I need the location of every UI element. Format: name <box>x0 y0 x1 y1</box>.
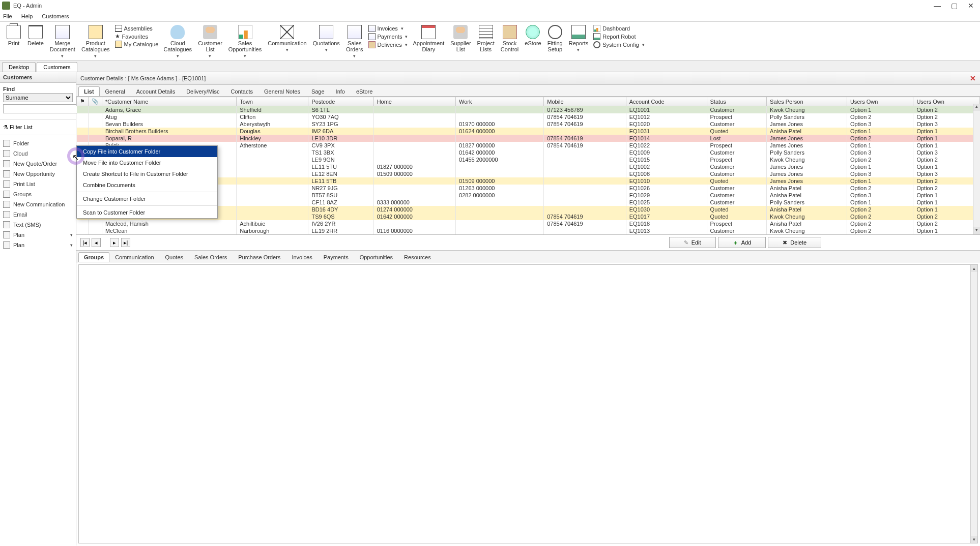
sidebar-item-print-list[interactable]: Print List <box>0 179 76 189</box>
ribbon-delete[interactable]: Delete <box>24 24 47 47</box>
bottom-tab-purchase-orders[interactable]: Purchase Orders <box>233 252 286 262</box>
bottom-tab-invoices[interactable]: Invoices <box>286 252 318 262</box>
ribbon-quotations[interactable]: Quotations <box>310 24 343 53</box>
sidebar-item-new-opportunity[interactable]: New Opportunity <box>0 169 76 179</box>
menu-file[interactable]: File <box>3 13 12 19</box>
pager-next[interactable]: ▸ <box>110 238 119 247</box>
edit-button[interactable]: Edit <box>669 237 716 248</box>
maximize-button[interactable]: ▢ <box>951 2 958 10</box>
table-row[interactable]: Birchall Brothers BuildersDouglasIM2 6DA… <box>77 128 980 135</box>
details-close-button[interactable]: ✕ <box>970 74 976 82</box>
sidebar-item-email[interactable]: Email <box>0 209 76 220</box>
col-0[interactable]: ⚑ <box>77 97 89 106</box>
table-row[interactable]: Bevan BuildersAberystwythSY23 1PG01970 0… <box>77 120 980 128</box>
col-9[interactable]: Status <box>707 97 767 106</box>
context-move-file[interactable]: Move File into Customer Folder <box>77 157 217 168</box>
ribbon-system-config[interactable]: System Config <box>593 41 645 48</box>
col-2[interactable]: *Customer Name <box>102 97 237 106</box>
col-10[interactable]: Sales Person <box>767 97 847 106</box>
ribbon-my-catalogue[interactable]: My Catalogue <box>115 41 159 48</box>
detail-tab-estore[interactable]: eStore <box>351 86 378 96</box>
filter-list[interactable]: ⚗ Filter List <box>0 119 76 135</box>
ribbon-assemblies[interactable]: Assemblies <box>115 25 159 32</box>
table-row[interactable]: Boparai, RHinckleyLE10 3DR07854 704619EQ… <box>77 135 980 142</box>
context-scan-to-folder[interactable]: Scan to Customer Folder <box>77 207 217 218</box>
col-1[interactable]: 📎 <box>89 97 102 106</box>
col-7[interactable]: Mobile <box>544 97 626 106</box>
ribbon-sales-orders[interactable]: Sales Orders <box>343 24 366 59</box>
pager-first[interactable]: |◂ <box>80 238 90 247</box>
table-row[interactable]: Adams, GraceSheffieldS6 1TL07123 456789E… <box>77 106 980 114</box>
col-12[interactable]: Users Own <box>913 97 980 106</box>
detail-tab-sage[interactable]: Sage <box>306 86 330 96</box>
scroll-down-icon[interactable]: ▾ <box>973 227 980 234</box>
pager-prev[interactable]: ◂ <box>92 238 101 247</box>
detail-tab-account-details[interactable]: Account Details <box>131 86 181 96</box>
detail-tab-contacts[interactable]: Contacts <box>225 86 258 96</box>
tab-customers[interactable]: Customers <box>37 62 77 72</box>
sidebar-item-plan-1[interactable]: Plan <box>0 230 76 240</box>
sidebar-item-cloud[interactable]: Cloud <box>0 148 76 159</box>
col-8[interactable]: Account Code <box>626 97 707 106</box>
delete-button[interactable]: Delete <box>768 237 821 248</box>
ribbon-supplier-list[interactable]: Supplier List <box>447 24 474 53</box>
detail-tab-info[interactable]: Info <box>330 86 351 96</box>
ribbon-customer-list[interactable]: Customer List <box>195 24 225 59</box>
col-5[interactable]: Home <box>373 97 455 106</box>
context-copy-file[interactable]: Copy File into Customer Folder <box>77 146 217 157</box>
ribbon-favourites[interactable]: ★Favourites <box>115 33 159 40</box>
col-4[interactable]: Postcode <box>308 97 373 106</box>
scroll-up-icon[interactable]: ▴ <box>973 104 980 111</box>
sidebar-item-plan-2[interactable]: Plan <box>0 240 76 250</box>
ribbon-reports[interactable]: Reports <box>566 24 592 53</box>
close-button[interactable]: ✕ <box>968 2 974 10</box>
find-field-select[interactable]: Surname <box>3 93 73 102</box>
context-create-shortcut[interactable]: Create Shortcut to File in Customer Fold… <box>77 168 217 179</box>
ribbon-appointment-diary[interactable]: Appointment Diary <box>410 24 447 53</box>
ribbon-merge-document[interactable]: Merge Document <box>47 24 78 59</box>
ribbon-stock-control[interactable]: Stock Control <box>498 24 522 53</box>
pager-last[interactable]: ▸| <box>121 238 130 247</box>
menu-customers[interactable]: Customers <box>42 13 69 19</box>
table-row[interactable]: AtugCliftonYO30 7AQ07854 704619EQ1012Pro… <box>77 113 980 120</box>
detail-tab-general[interactable]: General <box>100 86 131 96</box>
ribbon-estore[interactable]: eStore <box>522 24 544 47</box>
ribbon-fitting-setup[interactable]: Fitting Setup <box>544 24 566 53</box>
sidebar-item-new-quote[interactable]: New Quote/Order <box>0 159 76 169</box>
bottom-tab-groups[interactable]: Groups <box>78 252 109 262</box>
detail-tab-list[interactable]: List <box>78 86 100 96</box>
sidebar-item-sms[interactable]: Text (SMS) <box>0 220 76 230</box>
ribbon-communication[interactable]: Communication <box>265 24 309 53</box>
sidebar-item-folder[interactable]: Folder <box>0 138 76 148</box>
ribbon-deliveries[interactable]: Deliveries <box>368 41 408 48</box>
ribbon-cloud-catalogues[interactable]: Cloud Catalogues <box>160 24 195 59</box>
sidebar-item-groups[interactable]: Groups <box>0 189 76 199</box>
tab-desktop[interactable]: Desktop <box>2 62 36 72</box>
bottom-tab-sales-orders[interactable]: Sales Orders <box>189 252 233 262</box>
bottom-tab-opportunities[interactable]: Opportunities <box>354 252 398 262</box>
context-change-folder[interactable]: Change Customer Folder <box>77 193 217 204</box>
detail-tab-general-notes[interactable]: General Notes <box>258 86 306 96</box>
bottom-tab-quotes[interactable]: Quotes <box>160 252 189 262</box>
add-button[interactable]: Add <box>718 237 766 248</box>
col-6[interactable]: Work <box>456 97 544 106</box>
menu-help[interactable]: Help <box>21 13 33 19</box>
detail-tab-delivery-misc[interactable]: Delivery/Misc <box>181 86 225 96</box>
grid-scrollbar[interactable]: ▴ ▾ <box>973 104 980 234</box>
search-input[interactable] <box>3 104 77 113</box>
ribbon-dashboard[interactable]: Dashboard <box>593 25 645 32</box>
ribbon-product-catalogues[interactable]: Product Catalogues <box>78 24 113 59</box>
col-3[interactable]: Town <box>237 97 308 106</box>
context-combine-documents[interactable]: Combine Documents <box>77 179 217 191</box>
bottom-scrollbar[interactable] <box>970 265 977 543</box>
col-11[interactable]: Users Own <box>847 97 913 106</box>
bottom-tab-resources[interactable]: Resources <box>398 252 437 262</box>
ribbon-payments[interactable]: Payments <box>368 33 408 40</box>
ribbon-sales-opportunities[interactable]: Sales Opportunities <box>225 24 265 59</box>
table-row[interactable]: Macleod, HamishAchiltibuieIV26 2YR07854 … <box>77 220 980 227</box>
ribbon-project-lists[interactable]: Project Lists <box>474 24 498 53</box>
ribbon-print[interactable]: Print <box>3 24 24 47</box>
bottom-tab-payments[interactable]: Payments <box>318 252 354 262</box>
table-row[interactable]: McCleanNarboroughLE19 2HR0116 0000000EQ1… <box>77 227 980 234</box>
sidebar-item-new-communication[interactable]: New Communication <box>0 199 76 209</box>
